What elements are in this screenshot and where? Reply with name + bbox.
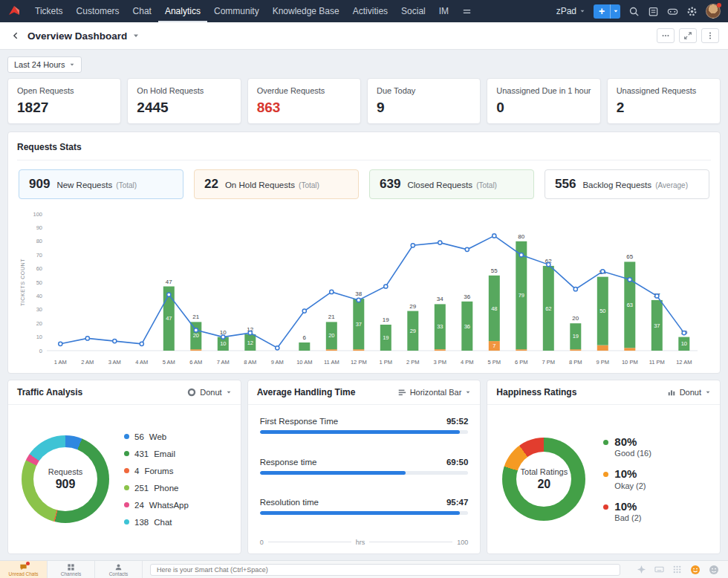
svg-text:21: 21 (328, 314, 335, 320)
summary-label: New Requests (Total) (56, 181, 137, 189)
nav-item-community[interactable]: Community (207, 0, 266, 22)
back-button[interactable] (9, 29, 22, 42)
kpi-card-open-requests[interactable]: Open Requests1827 (7, 78, 121, 124)
svg-text:38: 38 (355, 290, 362, 297)
summary-value: 909 (29, 177, 50, 192)
handling-metric-label: First Response Time (260, 417, 338, 426)
svg-text:36: 36 (464, 323, 470, 330)
kpi-value: 9 (377, 100, 471, 116)
settings-gear-icon[interactable] (686, 6, 698, 17)
chat-tab-label: Unread Chats (8, 571, 38, 577)
kebab-menu-button[interactable] (701, 28, 719, 43)
nav-item-activities[interactable]: Activities (346, 0, 394, 22)
zoho-desk-logo-icon[interactable] (7, 4, 21, 18)
legend-item-chat[interactable]: 138 Chat (124, 518, 189, 527)
nav-item-tickets[interactable]: Tickets (28, 0, 70, 22)
requests-stats-title: Requests Stats (17, 142, 82, 152)
nav-item-customers[interactable]: Customers (70, 0, 126, 22)
handling-axis: 0hrs100 (260, 539, 469, 546)
summary-qualifier: (Average) (655, 181, 688, 189)
add-button[interactable]: + (594, 4, 620, 19)
kpi-card-due-today[interactable]: Due Today9 (367, 78, 481, 124)
feedback-smiley-icon[interactable] (690, 565, 701, 575)
legend-item-good[interactable]: 80%Good (16) (603, 436, 651, 458)
kpi-card-unassigned-requests[interactable]: Unassigned Requests2 (607, 78, 721, 124)
search-icon[interactable] (628, 6, 640, 17)
traffic-donut-chart[interactable]: Requests 909 (22, 435, 109, 523)
summary-pill-backlog-requests[interactable]: 556Backlog Requests (Average) (545, 169, 709, 199)
legend-item-web[interactable]: 56 Web (124, 432, 189, 441)
summary-pill-new-requests[interactable]: 909New Requests (Total) (19, 169, 183, 199)
legend-item-okay[interactable]: 10%Okay (2) (603, 468, 651, 490)
workspace-selector[interactable]: zPad (556, 6, 585, 16)
svg-text:47: 47 (166, 279, 172, 285)
traffic-view-selector[interactable]: Donut (187, 388, 231, 397)
apps-grid-icon[interactable] (672, 565, 682, 574)
svg-text:19: 19 (383, 334, 389, 341)
chat-tab-unread-chats[interactable]: Unread Chats (0, 561, 48, 578)
kpi-card-overdue-requests[interactable]: Overdue Requests863 (247, 78, 361, 124)
svg-text:2 PM: 2 PM (406, 359, 420, 366)
zia-icon[interactable] (637, 565, 646, 574)
status-smiley-icon[interactable] (709, 565, 719, 575)
legend-item-bad[interactable]: 10%Bad (2) (603, 501, 651, 523)
activities-icon[interactable] (648, 6, 659, 17)
legend-item-whatsapp[interactable]: 24 WhatsApp (124, 501, 189, 510)
svg-text:3 AM: 3 AM (108, 359, 121, 366)
handling-view-selector[interactable]: Horizontal Bar (397, 388, 472, 397)
handling-row-response-time[interactable]: Response time69:50 (260, 458, 469, 475)
svg-text:100: 100 (33, 211, 42, 218)
nav-menu-icon[interactable] (461, 6, 472, 17)
svg-text:70: 70 (36, 252, 42, 259)
chat-bar-icons (628, 561, 728, 578)
topnav-items: TicketsCustomersChatAnalyticsCommunityKn… (28, 0, 455, 22)
requests-stats-card: Requests Stats 909New Requests (Total)22… (7, 131, 721, 374)
unread-chats-icon (19, 563, 27, 571)
svg-text:79: 79 (519, 292, 524, 299)
donut-chart-icon (187, 388, 196, 397)
summary-pill-closed-requests[interactable]: 639Closed Requests (Total) (369, 169, 534, 199)
svg-text:36: 36 (464, 293, 470, 300)
plus-icon[interactable]: + (594, 4, 610, 19)
smart-chat-input[interactable] (150, 564, 620, 576)
legend-item-phone[interactable]: 251 Phone (124, 484, 189, 493)
legend-item-email[interactable]: 431 Email (124, 449, 189, 458)
svg-text:11 PM: 11 PM (649, 359, 665, 366)
user-avatar[interactable] (706, 4, 721, 19)
add-dropdown-caret-icon[interactable] (610, 4, 620, 19)
handling-bar-track (260, 430, 469, 434)
games-icon[interactable] (667, 6, 678, 17)
legend-value: 431 (134, 449, 149, 458)
nav-item-chat[interactable]: Chat (126, 0, 158, 22)
svg-text:1 AM: 1 AM (54, 359, 67, 366)
legend-item-forums[interactable]: 4 Forums (124, 467, 189, 475)
nav-item-social[interactable]: Social (394, 0, 432, 22)
more-actions-button[interactable] (657, 28, 675, 43)
title-dropdown-caret-icon[interactable] (132, 32, 140, 39)
happiness-view-selector[interactable]: Donut (667, 388, 711, 397)
keyboard-icon[interactable] (654, 565, 664, 574)
summary-pill-on-hold-requests[interactable]: 22On Hold Requests (Total) (194, 169, 359, 199)
kpi-card-unassigned-due-in-1-hour[interactable]: Unassigned Due in 1 hour0 (487, 78, 600, 124)
chat-tab-channels[interactable]: Channels (48, 561, 95, 578)
svg-text:55: 55 (491, 267, 498, 274)
chat-tab-contacts[interactable]: Contacts (95, 561, 143, 578)
svg-text:12: 12 (247, 340, 253, 346)
svg-text:37: 37 (654, 322, 660, 329)
handling-row-first-response-time[interactable]: First Response Time95:52 (260, 417, 469, 434)
traffic-center-value: 909 (56, 478, 76, 491)
collapse-expand-button[interactable] (679, 28, 697, 43)
legend-percent: 10% (614, 501, 641, 513)
axis-min-label: 0 (260, 539, 264, 546)
requests-timeline-chart[interactable]: 0102030405060708090100TICKETS COUNT1 AM2… (17, 204, 711, 370)
nav-item-knowledge-base[interactable]: Knowledge Base (266, 0, 346, 22)
happiness-donut-chart[interactable]: Total Ratings 20 (502, 438, 585, 521)
top-navigation-bar: TicketsCustomersChatAnalyticsCommunityKn… (0, 0, 728, 22)
handling-metric-value: 95:52 (446, 417, 468, 426)
nav-item-im[interactable]: IM (432, 0, 455, 22)
nav-item-analytics[interactable]: Analytics (158, 0, 207, 22)
svg-text:50: 50 (599, 308, 605, 314)
handling-row-resolution-time[interactable]: Resolution time95:47 (260, 498, 469, 515)
time-range-filter[interactable]: Last 24 Hours (7, 56, 82, 73)
kpi-card-on-hold-requests[interactable]: On Hold Requests2445 (127, 78, 241, 124)
